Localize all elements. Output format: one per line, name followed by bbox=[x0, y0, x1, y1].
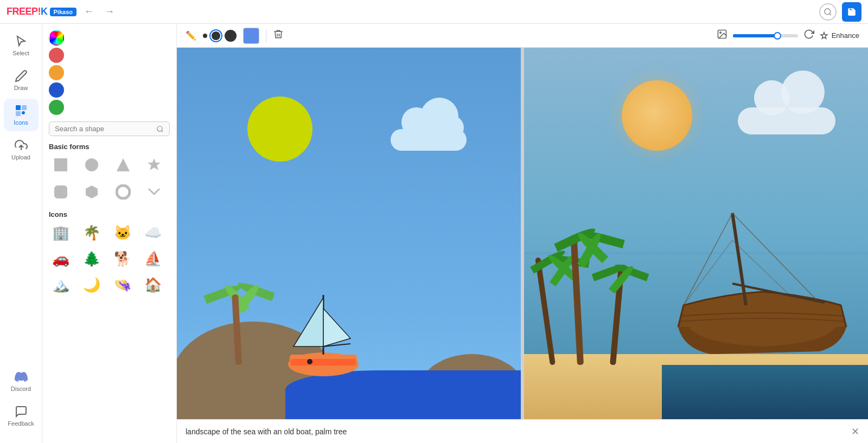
quality-slider[interactable] bbox=[733, 34, 798, 37]
cloud-element bbox=[391, 118, 467, 151]
slider-thumb[interactable] bbox=[774, 32, 781, 40]
cloud-base bbox=[391, 129, 467, 151]
icon-item-tree[interactable]: 🌲 bbox=[80, 247, 104, 271]
color-swatch-red[interactable] bbox=[49, 48, 64, 63]
sidebar-item-feedback[interactable]: Feedback bbox=[4, 400, 39, 432]
icon-item-building[interactable]: 🏢 bbox=[49, 221, 73, 245]
shape-hexagon[interactable] bbox=[80, 180, 104, 204]
shape-circle[interactable] bbox=[80, 153, 104, 177]
freepik-logo: FREEP!K bbox=[7, 6, 48, 17]
enhance-button[interactable]: Enhance bbox=[820, 31, 859, 40]
sidebar-label-discord: Discord bbox=[11, 386, 31, 392]
save-button[interactable] bbox=[842, 2, 861, 22]
svg-marker-10 bbox=[117, 158, 130, 171]
icon-item-cloud[interactable]: ☁️ bbox=[141, 221, 165, 245]
brush-size-medium[interactable] bbox=[212, 31, 220, 40]
cloud-body bbox=[391, 118, 467, 151]
cursor-icon bbox=[15, 35, 28, 48]
color-swatch-orange[interactable] bbox=[49, 65, 64, 80]
color-preview-box[interactable] bbox=[243, 28, 259, 44]
logo-area: FREEP!K Pikaso bbox=[7, 6, 76, 17]
sidebar-label-select: Select bbox=[12, 50, 29, 56]
refresh-icon bbox=[803, 29, 814, 40]
ai-boat-element bbox=[667, 208, 857, 370]
svg-point-24 bbox=[307, 359, 312, 364]
svg-line-27 bbox=[732, 213, 819, 303]
svg-line-26 bbox=[732, 213, 746, 305]
canvas-content bbox=[177, 48, 868, 419]
brush-size-group bbox=[203, 30, 237, 42]
icon-item-palm[interactable]: 🌴 bbox=[80, 221, 104, 245]
svg-marker-11 bbox=[148, 158, 161, 170]
svg-rect-4 bbox=[16, 111, 21, 116]
shape-triangle[interactable] bbox=[111, 153, 135, 177]
shape-star[interactable] bbox=[142, 153, 166, 177]
sidebar-bottom: Discord Feedback bbox=[4, 365, 39, 438]
prompt-bar: ✕ bbox=[177, 419, 868, 443]
prompt-input[interactable] bbox=[186, 427, 846, 436]
color-swatch-green[interactable] bbox=[49, 100, 64, 115]
sailboat-element bbox=[280, 284, 367, 378]
upload-icon bbox=[15, 139, 28, 152]
basic-forms-section: Basic forms bbox=[49, 143, 170, 204]
search-icon bbox=[824, 8, 832, 16]
topbar-search-button[interactable] bbox=[819, 3, 837, 21]
slider-fill bbox=[733, 34, 775, 37]
icon-item-boat[interactable]: ⛵ bbox=[141, 247, 165, 271]
svg-marker-22 bbox=[293, 298, 323, 346]
image-toggle-button[interactable] bbox=[717, 29, 727, 42]
forward-button[interactable]: → bbox=[101, 4, 118, 20]
icon-item-cat[interactable]: 🐱 bbox=[111, 221, 135, 245]
icon-item-dog[interactable]: 🐕 bbox=[111, 247, 135, 271]
search-shape-icon bbox=[156, 125, 164, 133]
icon-item-hat[interactable]: 👒 bbox=[111, 273, 135, 297]
svg-line-1 bbox=[829, 14, 831, 15]
save-icon bbox=[847, 7, 857, 17]
svg-line-28 bbox=[684, 213, 732, 305]
sidebar-item-icons[interactable]: Icons bbox=[4, 99, 39, 131]
sidebar-item-discord[interactable]: Discord bbox=[4, 365, 39, 397]
shape-square[interactable] bbox=[49, 153, 73, 177]
main-area: Select Draw Icons Upload bbox=[0, 24, 868, 443]
shape-chevron[interactable] bbox=[142, 180, 166, 204]
sidebar-label-icons: Icons bbox=[14, 119, 28, 126]
refresh-button[interactable] bbox=[803, 29, 814, 42]
search-shape-input[interactable] bbox=[55, 125, 153, 133]
color-swatch-rainbow[interactable] bbox=[49, 30, 64, 46]
topbar-right bbox=[819, 2, 861, 22]
ai-moon bbox=[622, 80, 692, 151]
svg-rect-8 bbox=[54, 158, 67, 171]
icon-item-car[interactable]: 🚗 bbox=[49, 247, 73, 271]
icon-item-mountain[interactable]: 🏔️ bbox=[49, 273, 73, 297]
sidebar-item-draw[interactable]: Draw bbox=[4, 64, 39, 97]
back-button[interactable]: ← bbox=[81, 4, 97, 20]
svg-point-0 bbox=[825, 9, 831, 15]
ai-cloud-base bbox=[738, 107, 835, 134]
color-swatch-blue[interactable] bbox=[49, 82, 64, 98]
svg-rect-20 bbox=[291, 359, 356, 365]
brush-size-small[interactable] bbox=[203, 34, 207, 38]
discord-icon bbox=[15, 370, 28, 383]
pikaso-badge: Pikaso bbox=[50, 8, 76, 16]
pencil-tool-icon: ✏️ bbox=[186, 30, 196, 41]
canvas-area: ✏️ bbox=[177, 24, 868, 443]
basic-forms-title: Basic forms bbox=[49, 143, 170, 151]
trash-button[interactable] bbox=[273, 29, 284, 42]
brush-size-large[interactable] bbox=[225, 30, 237, 42]
shape-ring[interactable] bbox=[111, 180, 135, 204]
icon-item-house[interactable]: 🏠 bbox=[141, 273, 165, 297]
svg-point-14 bbox=[117, 185, 130, 198]
ai-water bbox=[662, 365, 868, 419]
sidebar-label-feedback: Feedback bbox=[8, 420, 34, 427]
sidebar-item-select[interactable]: Select bbox=[4, 29, 39, 62]
trash-icon bbox=[273, 29, 284, 40]
close-prompt-button[interactable]: ✕ bbox=[851, 426, 859, 438]
enhance-icon bbox=[820, 31, 828, 40]
canvas-left[interactable] bbox=[177, 48, 521, 419]
canvas-right[interactable] bbox=[524, 48, 868, 419]
icon-item-moon[interactable]: 🌙 bbox=[80, 273, 104, 297]
search-shape-box[interactable] bbox=[49, 121, 170, 136]
shape-rounded-square[interactable] bbox=[49, 180, 73, 204]
sidebar-item-upload[interactable]: Upload bbox=[4, 133, 39, 166]
sidebar: Select Draw Icons Upload bbox=[0, 24, 42, 443]
